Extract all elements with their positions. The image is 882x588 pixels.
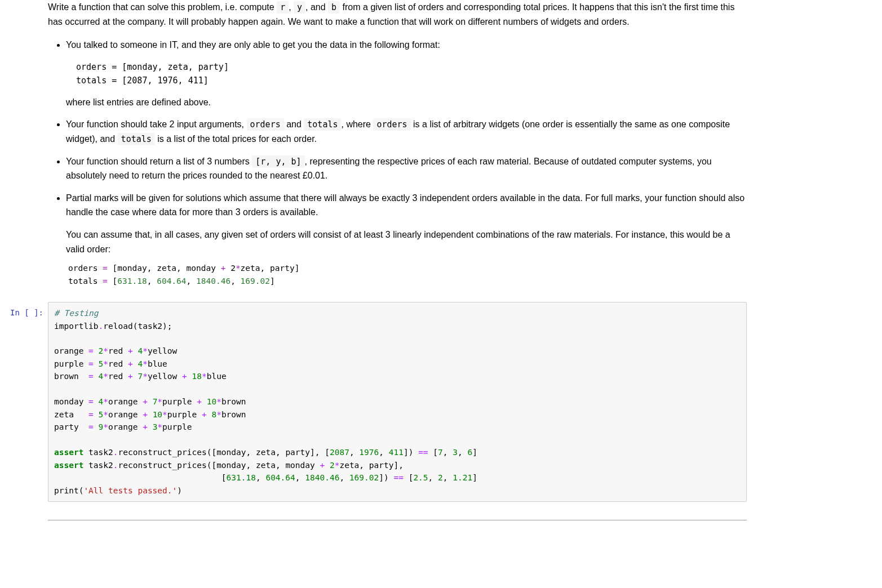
text: is a list of the total prices for each o… [155, 134, 317, 144]
text: Your function should take 2 input argume… [66, 119, 247, 129]
text: You can assume that, in all cases, any g… [66, 228, 747, 256]
text: Write a function that can solve this pro… [48, 2, 277, 12]
code-y: y [294, 1, 305, 14]
code-r: r [277, 1, 289, 14]
list-item: Your function should take 2 input argume… [66, 117, 747, 146]
data-format-code: orders = [monday, zeta, party] totals = … [76, 60, 747, 87]
notebook-rendered-content: Write a function that can solve this pro… [48, 0, 747, 520]
code-totals: totals [118, 133, 155, 145]
text: where list entries are defined above. [66, 95, 747, 110]
code-b: b [328, 1, 340, 14]
text: and [284, 119, 304, 129]
text: Your function should return a list of 3 … [66, 157, 252, 166]
intro-paragraph: Write a function that can solve this pro… [48, 0, 747, 29]
text: Partial marks will be given for solution… [66, 191, 747, 220]
code-ryb-list: [r, y, b] [252, 155, 304, 168]
separator [48, 520, 747, 520]
cell-input-area[interactable]: # Testing importlib.reload(task2); orang… [48, 302, 747, 502]
code-cell: In [ ]: # Testing importlib.reload(task2… [6, 302, 747, 502]
list-item: Your function should return a list of 3 … [66, 154, 747, 183]
list-item: You talked to someone in IT, and they ar… [66, 38, 747, 109]
code-orders: orders [373, 118, 410, 131]
text: , and [305, 2, 328, 12]
example-code-block: orders = [monday, zeta, monday + 2*zeta,… [68, 262, 747, 287]
requirements-list: You talked to someone in IT, and they ar… [48, 38, 747, 287]
cell-prompt: In [ ]: [6, 302, 48, 502]
text: You talked to someone in IT, and they ar… [66, 40, 440, 50]
code-orders: orders [247, 118, 284, 131]
list-item: Partial marks will be given for solution… [66, 191, 747, 287]
text: , [289, 2, 294, 12]
text: , where [341, 119, 373, 129]
code-totals: totals [304, 118, 341, 131]
